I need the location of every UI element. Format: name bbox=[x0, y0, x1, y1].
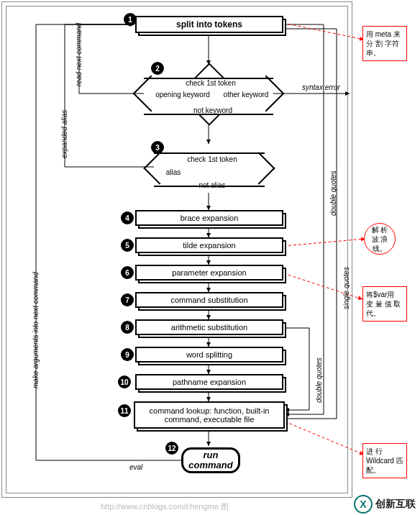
step-marker-4: 4 bbox=[121, 211, 134, 224]
step-marker-5: 5 bbox=[121, 239, 134, 252]
annotation-text: 将$var用 变 量 值 取代。 bbox=[366, 291, 401, 317]
side-label-single-quotes: single quotes bbox=[342, 267, 350, 309]
node-brace-expansion: brace expansion bbox=[135, 210, 283, 226]
step-marker-12: 12 bbox=[165, 442, 178, 455]
node-label: command substitution bbox=[171, 296, 248, 304]
step-marker-7: 7 bbox=[121, 293, 134, 306]
side-label-expanded-alias: expanded alias bbox=[60, 110, 68, 158]
label-syntax-error: syntax error bbox=[302, 83, 340, 91]
node-split-into-tokens: split into tokens bbox=[135, 16, 283, 33]
annotation-text: 进 行 Wildcard 匹配。 bbox=[366, 447, 403, 474]
node-label: parameter expansion bbox=[172, 268, 246, 277]
footer-logo: X 创新互联 bbox=[354, 495, 416, 514]
node-arithmetic-substitution: arithmetic substitution bbox=[135, 319, 283, 335]
annotation-text: 解 析 波 浪 线。 bbox=[368, 225, 392, 253]
annotation-var: 将$var用 变 量 值 取代。 bbox=[362, 286, 407, 322]
step-marker-9: 9 bbox=[121, 348, 134, 361]
node-label: split into tokens bbox=[176, 19, 242, 29]
node-label: word splitting bbox=[186, 350, 232, 359]
run-label-1: run bbox=[204, 450, 219, 460]
side-label-double-quotes-1: double quotes bbox=[329, 170, 337, 216]
step-marker-10: 10 bbox=[118, 375, 131, 388]
logo-icon: X bbox=[354, 495, 373, 514]
node-command-lookup: command lookup: function, built-in comma… bbox=[134, 401, 285, 429]
watermark-url: http://www.cnblogs.com/chengmo 图 bbox=[101, 501, 229, 512]
side-label-make-args: make arguments into next command bbox=[32, 272, 40, 388]
node-parameter-expansion: parameter expansion bbox=[135, 265, 283, 281]
node-pathname-expansion: pathname expansion bbox=[135, 374, 283, 390]
logo-text: 创新互联 bbox=[375, 498, 416, 511]
node-command-substitution: command substitution bbox=[135, 292, 283, 308]
node-tilde-expansion: tilde expansion bbox=[135, 237, 283, 253]
node-label: arithmetic substitution bbox=[171, 323, 247, 332]
side-label-read-next: read next command bbox=[75, 23, 83, 86]
annotation-tilde: 解 析 波 浪 线。 bbox=[364, 223, 396, 255]
side-label-double-quotes-2: double quotes bbox=[315, 357, 323, 403]
node-label: command lookup: function, built-in comma… bbox=[140, 406, 279, 424]
run-label-2: command bbox=[188, 460, 232, 470]
step-marker-8: 8 bbox=[121, 321, 134, 334]
annotation-meta-split: 用 meta 来 分 割 字符串。 bbox=[362, 26, 407, 61]
annotation-wildcard: 进 行 Wildcard 匹配。 bbox=[362, 443, 407, 478]
node-run-command: run command bbox=[181, 447, 240, 473]
node-label: brace expansion bbox=[181, 214, 239, 222]
node-label: tilde expansion bbox=[183, 241, 235, 250]
label-eval: eval bbox=[129, 463, 142, 471]
step-marker-2: 2 bbox=[151, 62, 164, 75]
step-marker-11: 11 bbox=[118, 404, 131, 417]
step-marker-6: 6 bbox=[121, 266, 134, 279]
node-label: pathname expansion bbox=[173, 378, 246, 386]
node-word-splitting: word splitting bbox=[135, 347, 283, 363]
annotation-text: 用 meta 来 分 割 字符串。 bbox=[366, 30, 401, 57]
